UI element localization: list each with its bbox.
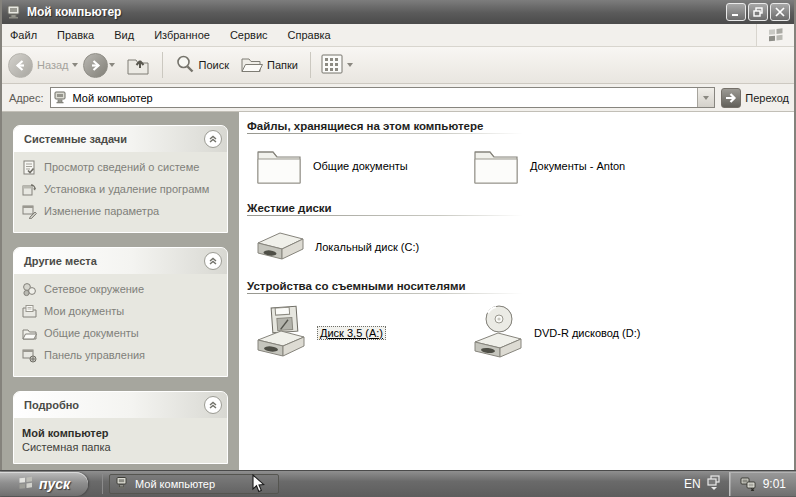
clock[interactable]: 9:01 [763, 477, 786, 491]
my-documents-icon [22, 304, 38, 320]
taskbar: пуск Мой компьютер EN 9:01 [0, 470, 796, 497]
network-places-icon [22, 282, 38, 298]
group-divider [247, 133, 523, 134]
hard-disk-icon [255, 228, 305, 266]
main-area: Системные задачи Просмотр сведений о сис… [2, 112, 794, 470]
panel-details: Подробно Мой компьютер Системная папка [13, 391, 228, 464]
windows-logo-icon [18, 475, 34, 493]
sidebar-item-my-documents[interactable]: Мои документы [22, 305, 219, 320]
language-bar[interactable]: EN [676, 471, 729, 497]
system-tray: 9:01 [729, 472, 796, 496]
close-button[interactable] [770, 3, 790, 21]
sidebar-item-label: Сетевое окружение [44, 283, 144, 295]
minimize-button[interactable] [726, 3, 746, 21]
my-computer-icon [7, 4, 23, 20]
mouse-cursor [252, 474, 265, 495]
drive-tile-local-disk-c[interactable]: Локальный диск (C:) [255, 228, 472, 266]
window-controls [726, 3, 790, 21]
panel-header[interactable]: Другие места [14, 248, 227, 274]
language-indicator[interactable]: EN [684, 477, 701, 491]
address-input[interactable]: Мой компьютер [50, 87, 716, 108]
panel-title: Системные задачи [24, 133, 204, 145]
go-arrow-icon [721, 88, 741, 108]
folder-icon [255, 144, 303, 188]
my-computer-icon [116, 476, 130, 492]
sidebar-item-add-remove-programs[interactable]: Установка и удаление программ [22, 183, 219, 198]
details-item-type: Системная папка [22, 441, 219, 453]
address-value: Мой компьютер [73, 92, 698, 104]
views-dropdown-icon[interactable] [347, 63, 353, 67]
search-icon [175, 54, 195, 76]
chevron-down-icon [703, 96, 709, 100]
panel-other-places: Другие места Сетевое окружение Мои докум… [13, 247, 228, 377]
screen: Мой компьютер Файл Правка Вид Избранное … [0, 0, 796, 497]
sidebar-item-shared-documents[interactable]: Общие документы [22, 327, 219, 342]
explorer-window: Мой компьютер Файл Правка Вид Избранное … [0, 0, 796, 470]
chevron-up-icon[interactable] [204, 130, 222, 148]
taskbar-item-label: Мой компьютер [135, 478, 215, 490]
menu-file[interactable]: Файл [2, 24, 47, 46]
back-button[interactable] [8, 53, 33, 78]
go-button[interactable]: Переход [721, 88, 789, 108]
details-item-name: Мой компьютер [22, 427, 219, 439]
restore-button[interactable] [748, 3, 768, 21]
file-tile-documents-anton[interactable]: Документы - Anton [472, 144, 689, 188]
chevron-up-icon[interactable] [204, 252, 222, 270]
system-info-icon [22, 160, 38, 176]
toolbar-separator [310, 52, 311, 78]
panel-header[interactable]: Системные задачи [14, 126, 227, 152]
group-title-hard-disks: Жесткие диски [247, 202, 794, 214]
drive-tile-dvd-d[interactable]: DVD-R дисковод (D:) [472, 304, 689, 362]
sidebar-item-label: Просмотр сведений о системе [44, 161, 199, 173]
start-button[interactable]: пуск [0, 472, 88, 496]
drive-tile-floppy-a[interactable]: Диск 3,5 (А:) [255, 304, 472, 362]
file-tile-shared-documents[interactable]: Общие документы [255, 144, 472, 188]
folders-icon [241, 55, 263, 75]
sidebar-item-label: Изменение параметра [44, 205, 159, 217]
file-tile-label: Общие документы [313, 160, 408, 172]
sidebar-item-control-panel[interactable]: Панель управления [22, 349, 219, 364]
address-dropdown-button[interactable] [697, 88, 714, 107]
folder-icon [472, 144, 520, 188]
sidebar-item-label: Общие документы [44, 327, 139, 339]
forward-dropdown-icon[interactable] [109, 63, 115, 67]
menu-help[interactable]: Справка [278, 24, 341, 46]
chevron-up-icon[interactable] [204, 396, 222, 414]
drive-tile-label: Локальный диск (C:) [315, 241, 419, 253]
folders-button[interactable]: Папки [235, 50, 304, 80]
folders-label: Папки [267, 59, 298, 71]
group-divider [247, 215, 523, 216]
file-tile-label: Документы - Anton [530, 160, 625, 172]
panel-title: Другие места [24, 255, 204, 267]
language-options-icon[interactable] [707, 475, 721, 493]
network-tray-icon[interactable] [740, 476, 756, 493]
menubar: Файл Правка Вид Избранное Сервис Справка [2, 24, 794, 47]
panel-title: Подробно [24, 399, 204, 411]
panel-header[interactable]: Подробно [14, 392, 227, 418]
back-dropdown-icon[interactable] [72, 63, 78, 67]
menu-edit[interactable]: Правка [47, 24, 104, 46]
up-button[interactable] [120, 50, 156, 80]
dvd-drive-icon [472, 304, 524, 362]
toolbar: Назад Поиск Папки [2, 47, 794, 84]
views-button[interactable] [317, 50, 362, 80]
sidebar-item-label: Панель управления [44, 349, 145, 361]
address-label: Адрес: [7, 92, 44, 104]
sidebar-item-network-places[interactable]: Сетевое окружение [22, 283, 219, 298]
forward-button[interactable] [83, 53, 108, 78]
drive-tile-label: Диск 3,5 (А:) [317, 326, 386, 340]
go-label: Переход [745, 92, 789, 104]
sidebar-item-label: Установка и удаление программ [44, 183, 209, 195]
sidebar-item-change-setting[interactable]: Изменение параметра [22, 205, 219, 220]
titlebar[interactable]: Мой компьютер [2, 0, 794, 24]
menu-favorites[interactable]: Избранное [144, 24, 220, 46]
my-computer-icon [54, 90, 69, 105]
toolbar-separator [162, 52, 163, 78]
start-label: пуск [39, 476, 70, 492]
window-title: Мой компьютер [27, 5, 726, 19]
addressbar: Адрес: Мой компьютер Переход [2, 84, 794, 112]
sidebar-item-system-info[interactable]: Просмотр сведений о системе [22, 161, 219, 176]
search-button[interactable]: Поиск [169, 50, 235, 80]
menu-tools[interactable]: Сервис [220, 24, 278, 46]
menu-view[interactable]: Вид [104, 24, 144, 46]
